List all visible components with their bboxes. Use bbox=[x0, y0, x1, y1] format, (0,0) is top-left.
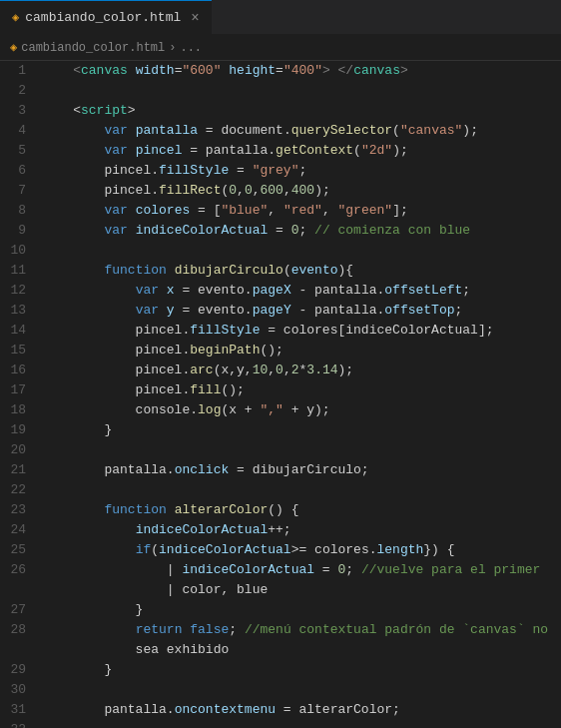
token: oncontextmenu bbox=[175, 702, 276, 717]
line-number: 17 bbox=[8, 380, 26, 400]
token: (); bbox=[221, 382, 244, 397]
code-line: pincel.fillStyle = "grey"; bbox=[42, 161, 561, 181]
token: pincel bbox=[136, 143, 183, 158]
token: ( bbox=[283, 263, 291, 278]
token bbox=[42, 303, 136, 318]
token: ); bbox=[314, 183, 330, 198]
code-line: | indiceColorActual = 0; //vuelve para e… bbox=[42, 560, 561, 580]
code-line: pincel.fillRect(0,0,600,400); bbox=[42, 181, 561, 201]
token: "canvas" bbox=[400, 123, 462, 138]
token: script bbox=[81, 103, 128, 118]
line-number: 19 bbox=[8, 420, 26, 440]
line-number: 2 bbox=[8, 81, 26, 101]
line-number: 21 bbox=[8, 460, 26, 480]
token: y bbox=[167, 303, 175, 318]
token: pageY bbox=[253, 303, 291, 318]
code-line: pincel.arc(x,y,10,0,2*3.14); bbox=[42, 361, 561, 380]
line-number: 11 bbox=[8, 261, 26, 281]
token: < bbox=[42, 103, 81, 118]
token: + y); bbox=[283, 402, 330, 417]
token: console. bbox=[42, 402, 198, 417]
token: ; bbox=[298, 223, 314, 238]
token: } bbox=[42, 602, 143, 617]
token: fillStyle bbox=[159, 163, 229, 178]
line-number: 24 bbox=[8, 520, 26, 540]
token: arc bbox=[190, 363, 213, 377]
code-line: var y = evento.pageY - pantalla.offsetTo… bbox=[42, 301, 561, 321]
token: (x + bbox=[221, 402, 260, 417]
token: | bbox=[42, 562, 182, 577]
line-number bbox=[8, 580, 26, 600]
token: length bbox=[377, 542, 424, 557]
line-number: 29 bbox=[8, 660, 26, 680]
token: , bbox=[268, 203, 283, 218]
token bbox=[42, 283, 136, 298]
token: indiceColorActual bbox=[159, 542, 291, 557]
token: beginPath bbox=[190, 343, 260, 358]
line-number: 14 bbox=[8, 321, 26, 341]
token: = [ bbox=[190, 203, 221, 218]
active-tab[interactable]: ◈ cambiando_color.html × bbox=[0, 0, 212, 34]
token: , bbox=[322, 203, 338, 218]
token: } bbox=[42, 662, 112, 677]
code-line bbox=[42, 81, 561, 101]
token: "red" bbox=[283, 203, 322, 218]
token: ; bbox=[345, 562, 361, 577]
token: }) { bbox=[423, 542, 454, 557]
token: indiceColorActual bbox=[182, 562, 314, 577]
token: function bbox=[104, 263, 166, 278]
token: < bbox=[42, 63, 81, 78]
token: //menú contextual padrón de `canvas` no bbox=[245, 622, 548, 637]
tab-close-button[interactable]: × bbox=[191, 10, 199, 26]
token: ; bbox=[298, 163, 306, 178]
token: ++; bbox=[268, 522, 290, 537]
line-number: 12 bbox=[8, 281, 26, 301]
code-line bbox=[42, 480, 561, 500]
code-line bbox=[42, 680, 561, 700]
token: canvas bbox=[81, 63, 128, 78]
line-number: 28 bbox=[8, 620, 26, 640]
token: fillRect bbox=[159, 183, 221, 198]
token: ); bbox=[392, 143, 408, 158]
token: ( bbox=[353, 143, 361, 158]
token: ( bbox=[392, 123, 400, 138]
code-line: if(indiceColorActual>= colores.length}) … bbox=[42, 540, 561, 560]
token: x bbox=[167, 283, 175, 298]
token: = pantalla. bbox=[182, 143, 276, 158]
token: = bbox=[268, 223, 290, 238]
line-number: 10 bbox=[8, 241, 26, 261]
token: indiceColorActual bbox=[136, 522, 269, 537]
token: 0 bbox=[229, 183, 237, 198]
token: false bbox=[190, 622, 229, 637]
token: > bbox=[128, 103, 136, 118]
token: var bbox=[104, 123, 127, 138]
line-number: 31 bbox=[8, 700, 26, 720]
token: indiceColorActual bbox=[136, 223, 269, 238]
token: , bbox=[253, 183, 261, 198]
code-line: pincel.fill(); bbox=[42, 380, 561, 400]
token: = bbox=[276, 63, 283, 78]
code-line: var pantalla = document.querySelector("c… bbox=[42, 121, 561, 141]
line-number: 22 bbox=[8, 480, 26, 500]
token: "grey" bbox=[253, 163, 299, 178]
token: = dibujarCirculo; bbox=[229, 462, 368, 477]
token: (x,y, bbox=[214, 363, 253, 377]
tab-label: cambiando_color.html bbox=[25, 10, 181, 25]
token: ; bbox=[462, 283, 470, 298]
code-area[interactable]: <canvas width="600" height="400"> </canv… bbox=[38, 61, 561, 728]
token: dibujarCirculo bbox=[175, 263, 283, 278]
token: 600 bbox=[261, 183, 283, 198]
code-line bbox=[42, 241, 561, 261]
token: "blue" bbox=[221, 203, 268, 218]
token: var bbox=[136, 283, 159, 298]
tab-bar: ◈ cambiando_color.html × bbox=[0, 0, 561, 35]
token: ){ bbox=[338, 263, 354, 278]
token bbox=[42, 143, 104, 158]
token bbox=[42, 522, 136, 537]
token: function bbox=[104, 502, 166, 517]
token: pageX bbox=[253, 283, 291, 298]
token: >= colores. bbox=[291, 542, 377, 557]
line-number: 13 bbox=[8, 301, 26, 321]
breadcrumb-filename: cambiando_color.html bbox=[21, 41, 165, 55]
token bbox=[42, 123, 104, 138]
